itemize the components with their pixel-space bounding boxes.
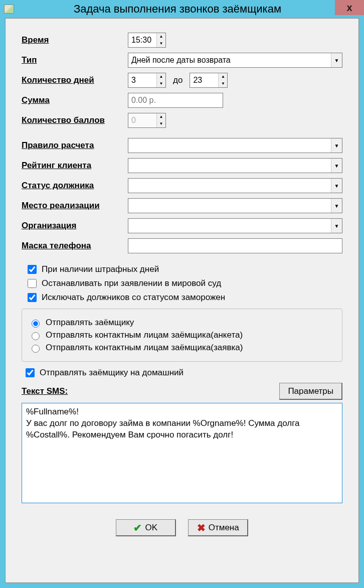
- debtor-status-select[interactable]: ▼: [128, 178, 342, 193]
- debtor-status-value[interactable]: [128, 178, 342, 193]
- client-rating-value[interactable]: [128, 158, 342, 173]
- to-label: до: [173, 75, 183, 85]
- chevron-down-icon[interactable]: ▼: [331, 138, 342, 153]
- exclude-frozen-label: Исключать должников со статусом замороже…: [42, 292, 225, 303]
- sum-input: [128, 93, 223, 108]
- dialog-window: Задача выполнения звонков заёмщикам x Вр…: [0, 0, 364, 588]
- realization-place-label: Место реализации: [22, 201, 128, 211]
- calc-rule-label: Правило расчета: [22, 140, 128, 151]
- title-bar: Задача выполнения звонков заёмщикам x: [0, 0, 364, 18]
- days-from-input[interactable]: [128, 73, 156, 87]
- organization-label: Организация: [22, 221, 128, 231]
- phone-mask-label: Маска телефона: [22, 241, 128, 251]
- send-contacts-app-radio[interactable]: [32, 345, 40, 353]
- spin-down-icon[interactable]: ▼: [157, 40, 165, 47]
- realization-place-value[interactable]: [128, 198, 342, 213]
- days-from-spinner[interactable]: ▲▼: [128, 73, 166, 88]
- send-home-checkbox[interactable]: [26, 368, 35, 377]
- send-contacts-app-label: Отправлять контактным лицам заёмщика(зая…: [46, 343, 243, 353]
- close-icon: x: [346, 2, 352, 14]
- days-to-input[interactable]: [190, 73, 218, 87]
- debtor-status-label: Статус должника: [22, 181, 128, 191]
- calc-rule-select[interactable]: ▼: [128, 138, 342, 153]
- send-contacts-form-label: Отправлять контактным лицам заёмщика(анк…: [46, 330, 243, 340]
- time-label: Время: [22, 35, 128, 45]
- chevron-down-icon[interactable]: ▼: [331, 219, 342, 233]
- sms-text-area[interactable]: [22, 403, 342, 503]
- type-value[interactable]: [128, 53, 342, 68]
- sms-text-label: Текст SMS:: [22, 386, 68, 396]
- days-label: Количество дней: [22, 75, 128, 85]
- chevron-down-icon[interactable]: ▼: [331, 179, 342, 193]
- send-borrower-radio[interactable]: [32, 320, 40, 328]
- close-button[interactable]: x: [335, 0, 364, 15]
- spin-up-icon[interactable]: ▲: [157, 33, 165, 40]
- send-home-label: Отправлять заёмщику на домашний: [40, 368, 184, 378]
- cancel-button[interactable]: ✖ Отмена: [188, 519, 248, 536]
- days-to-spinner[interactable]: ▲▼: [190, 73, 228, 88]
- check-icon: ✔: [133, 522, 142, 534]
- spin-up-icon: ▲: [157, 113, 165, 120]
- params-button[interactable]: Параметры: [279, 383, 342, 400]
- chevron-down-icon[interactable]: ▼: [331, 159, 342, 173]
- window-title: Задача выполнения звонков заёмщикам: [20, 3, 360, 16]
- spin-down-icon[interactable]: ▼: [157, 80, 165, 87]
- time-input[interactable]: [128, 33, 156, 47]
- spin-up-icon[interactable]: ▲: [157, 73, 165, 80]
- points-spinner: ▲▼: [128, 113, 166, 128]
- stop-on-court-checkbox[interactable]: [28, 279, 37, 288]
- dialog-body: Время ▲ ▼ Тип ▼ Количество дней ▲▼ до: [5, 18, 359, 583]
- app-icon: [4, 5, 14, 14]
- spin-down-icon[interactable]: ▼: [219, 80, 227, 87]
- type-label: Тип: [22, 55, 128, 65]
- client-rating-select[interactable]: ▼: [128, 158, 342, 173]
- send-borrower-label: Отправлять заёмщику: [46, 318, 134, 328]
- send-target-group: Отправлять заёмщику Отправлять контактны…: [22, 309, 342, 362]
- calc-rule-value[interactable]: [128, 138, 342, 153]
- ok-button[interactable]: ✔ OK: [116, 519, 176, 536]
- organization-select[interactable]: ▼: [128, 218, 342, 233]
- phone-mask-input[interactable]: [128, 238, 342, 253]
- points-label: Количество баллов: [22, 115, 128, 125]
- realization-place-select[interactable]: ▼: [128, 198, 342, 213]
- chevron-down-icon[interactable]: ▼: [331, 53, 342, 67]
- type-select[interactable]: ▼: [128, 53, 342, 68]
- spin-down-icon: ▼: [157, 120, 165, 127]
- client-rating-label: Рейтинг клиента: [22, 161, 128, 171]
- sum-label: Сумма: [22, 95, 128, 105]
- cross-icon: ✖: [197, 522, 206, 534]
- stop-on-court-label: Останавливать при заявлении в мировой су…: [42, 278, 221, 288]
- exclude-frozen-checkbox[interactable]: [28, 293, 37, 302]
- spin-up-icon[interactable]: ▲: [219, 73, 227, 80]
- points-input: [128, 113, 156, 127]
- penalty-days-checkbox[interactable]: [28, 265, 37, 274]
- penalty-days-label: При наличии штрафных дней: [42, 264, 159, 274]
- organization-value[interactable]: [128, 218, 342, 233]
- time-spinner[interactable]: ▲ ▼: [128, 33, 166, 48]
- chevron-down-icon[interactable]: ▼: [331, 199, 342, 213]
- send-contacts-form-radio[interactable]: [32, 332, 40, 340]
